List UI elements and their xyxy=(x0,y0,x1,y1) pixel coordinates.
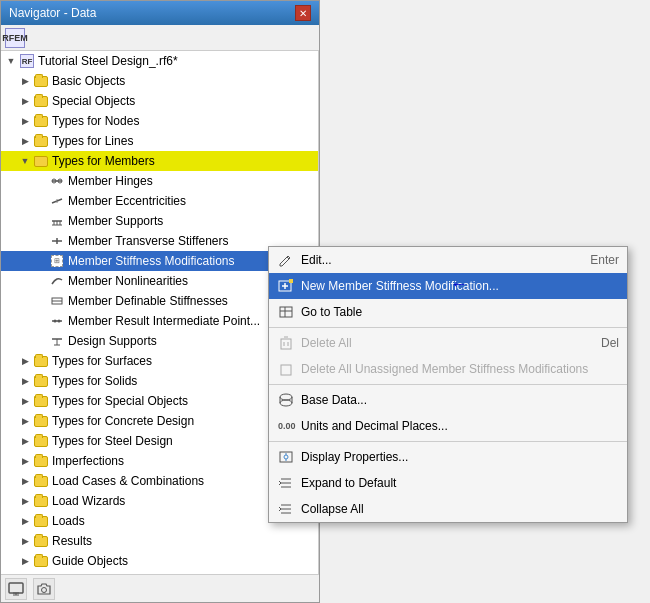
loads-expander[interactable]: ▶ xyxy=(17,513,33,529)
menu-item-goto-table[interactable]: Go to Table xyxy=(269,299,627,325)
load-wizards-expander[interactable]: ▶ xyxy=(17,493,33,509)
menu-item-delete-unassigned[interactable]: Delete All Unassigned Member Stiffness M… xyxy=(269,356,627,382)
units-icon: 0.00 xyxy=(277,417,295,435)
menu-item-delete-all[interactable]: Delete All Del xyxy=(269,330,627,356)
delete-unassigned-label: Delete All Unassigned Member Stiffness M… xyxy=(301,362,619,376)
delete-label: Delete All xyxy=(301,336,595,350)
load-cases-label: Load Cases & Combinations xyxy=(52,474,204,488)
collapse-icon xyxy=(277,500,295,518)
close-button[interactable]: ✕ xyxy=(295,5,311,21)
toolbar: RFEM xyxy=(1,25,319,51)
svg-point-38 xyxy=(280,394,292,400)
supports-expander xyxy=(33,213,49,229)
transverse-label: Member Transverse Stiffeners xyxy=(68,234,229,248)
results-folder-icon xyxy=(33,533,49,549)
transverse-expander xyxy=(33,233,49,249)
solids-folder-icon xyxy=(33,373,49,389)
menu-item-collapse-all[interactable]: Collapse All xyxy=(269,496,627,522)
title-bar: Navigator - Data ✕ xyxy=(1,1,319,25)
nodes-label: Types for Nodes xyxy=(52,114,139,128)
special-expander[interactable]: ▶ xyxy=(17,93,33,109)
eccentricities-expander xyxy=(33,193,49,209)
tree-item-member-hinges[interactable]: Member Hinges xyxy=(1,171,318,191)
tree-item-guide-objects[interactable]: ▶ Guide Objects xyxy=(1,551,318,571)
lines-folder-icon xyxy=(33,133,49,149)
special2-expander[interactable]: ▶ xyxy=(17,393,33,409)
menu-item-units[interactable]: 0.00 Units and Decimal Places... xyxy=(269,413,627,439)
basic-expander[interactable]: ▶ xyxy=(17,73,33,89)
guide-expander[interactable]: ▶ xyxy=(17,553,33,569)
svg-point-15 xyxy=(54,320,57,323)
results-expander[interactable]: ▶ xyxy=(17,533,33,549)
guide-label: Guide Objects xyxy=(52,554,128,568)
concrete-expander[interactable]: ▶ xyxy=(17,413,33,429)
rfem-button[interactable]: RFEM xyxy=(5,28,25,48)
members-folder-icon xyxy=(33,153,49,169)
context-menu: Edit... Enter New Member Stiffness Modif… xyxy=(268,246,628,523)
lines-expander[interactable]: ▶ xyxy=(17,133,33,149)
root-expander[interactable]: ▼ xyxy=(3,53,19,69)
separator3 xyxy=(269,441,627,442)
menu-item-display-props[interactable]: Display Properties... xyxy=(269,444,627,470)
solids-expander[interactable]: ▶ xyxy=(17,373,33,389)
concrete-folder-icon xyxy=(33,413,49,429)
units-number-icon: 0.00 xyxy=(278,421,294,431)
arrow-indicator: ← xyxy=(450,274,468,295)
eccentricities-label: Member Eccentricities xyxy=(68,194,186,208)
result-label: Member Result Intermediate Point... xyxy=(68,314,260,328)
result-icon xyxy=(49,313,65,329)
svg-rect-33 xyxy=(281,339,291,349)
surfaces-folder-icon xyxy=(33,353,49,369)
camera-button[interactable] xyxy=(33,578,55,600)
guide-folder-icon xyxy=(33,553,49,569)
load-cases-expander[interactable]: ▶ xyxy=(17,473,33,489)
tree-item-types-members[interactable]: ▼ Types for Members xyxy=(1,151,318,171)
edit-icon xyxy=(277,251,295,269)
menu-item-edit[interactable]: Edit... Enter xyxy=(269,247,627,273)
svg-rect-20 xyxy=(9,583,23,593)
lines-label: Types for Lines xyxy=(52,134,133,148)
tree-item-member-eccentricities[interactable]: Member Eccentricities xyxy=(1,191,318,211)
members-expander[interactable]: ▼ xyxy=(17,153,33,169)
menu-item-expand-default[interactable]: Expand to Default xyxy=(269,470,627,496)
window-title: Navigator - Data xyxy=(9,6,96,20)
root-label: Tutorial Steel Design_.rf6* xyxy=(38,54,178,68)
tree-item-types-lines[interactable]: ▶ Types for Lines xyxy=(1,131,318,151)
tree-item-special-objects[interactable]: ▶ Special Objects xyxy=(1,91,318,111)
special2-folder-icon xyxy=(33,393,49,409)
separator2 xyxy=(269,384,627,385)
menu-item-base-data[interactable]: Base Data... xyxy=(269,387,627,413)
delete-unassigned-icon xyxy=(277,360,295,378)
base-data-icon xyxy=(277,391,295,409)
svg-rect-37 xyxy=(281,365,291,375)
load-wizards-label: Load Wizards xyxy=(52,494,125,508)
basic-label: Basic Objects xyxy=(52,74,125,88)
tree-item-results[interactable]: ▶ Results xyxy=(1,531,318,551)
imperfections-label: Imperfections xyxy=(52,454,124,468)
tree-item-member-supports[interactable]: Member Supports xyxy=(1,211,318,231)
monitor-button[interactable] xyxy=(5,578,27,600)
nonlinear-expander xyxy=(33,273,49,289)
steel-expander[interactable]: ▶ xyxy=(17,433,33,449)
surfaces-label: Types for Surfaces xyxy=(52,354,152,368)
imperfections-expander[interactable]: ▶ xyxy=(17,453,33,469)
special2-label: Types for Special Objects xyxy=(52,394,188,408)
svg-rect-29 xyxy=(289,279,293,283)
surfaces-expander[interactable]: ▶ xyxy=(17,353,33,369)
camera-icon xyxy=(36,582,52,596)
nodes-expander[interactable]: ▶ xyxy=(17,113,33,129)
display-label: Display Properties... xyxy=(301,450,619,464)
svg-point-16 xyxy=(58,320,61,323)
tree-item-types-nodes[interactable]: ▶ Types for Nodes xyxy=(1,111,318,131)
design-supports-label: Design Supports xyxy=(68,334,157,348)
definable-icon xyxy=(49,293,65,309)
svg-point-41 xyxy=(280,400,292,406)
menu-item-new[interactable]: New Member Stiffness Modification... xyxy=(269,273,627,299)
basic-folder-icon xyxy=(33,73,49,89)
tree-root[interactable]: ▼ RF Tutorial Steel Design_.rf6* xyxy=(1,51,318,71)
tree-item-basic-objects[interactable]: ▶ Basic Objects xyxy=(1,71,318,91)
special-folder-icon xyxy=(33,93,49,109)
new-stiffness-icon xyxy=(277,277,295,295)
root-icon: RF xyxy=(19,53,35,69)
solids-label: Types for Solids xyxy=(52,374,137,388)
